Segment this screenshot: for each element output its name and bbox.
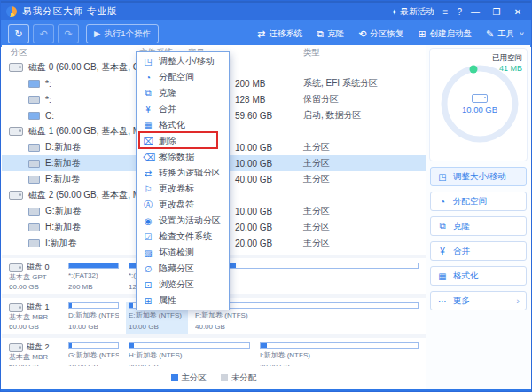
hard-disk-icon xyxy=(9,343,23,352)
disk-kind: 基本盘 MBR xyxy=(9,312,64,322)
partition-size: 10.00 GB xyxy=(68,323,119,332)
redo-button[interactable]: ↷ xyxy=(58,24,79,43)
column-header-0: 分区 xyxy=(11,47,27,59)
create-boot-disk-icon: ⊞ xyxy=(418,28,426,40)
execute-operations-button[interactable]: ▶ 执行1个操作 xyxy=(86,24,159,43)
play-icon: ▶ xyxy=(94,25,100,43)
refresh-button[interactable]: ↻ xyxy=(8,24,29,43)
row-type: 主分区 xyxy=(303,173,330,185)
menu-item-change-drive-letter[interactable]: Ⓐ更改盘符 xyxy=(137,197,229,213)
partition-label: I:新加卷 (NTFS) xyxy=(260,351,419,360)
menu-item-resize-move[interactable]: ◳调整大小/移动 xyxy=(137,53,229,69)
maximize-button[interactable]: ❐ xyxy=(489,7,505,17)
row-name: *: xyxy=(45,95,51,105)
menu-item-merge[interactable]: ¥合并 xyxy=(137,101,229,117)
convert-to-logical-icon: ⇄ xyxy=(143,169,153,178)
menu-item-bad-sector-test[interactable]: ▨坏道检测 xyxy=(137,245,229,261)
partition-icon xyxy=(28,176,40,184)
menu-item-clone[interactable]: ⧉克隆 xyxy=(137,85,229,101)
menu-item-convert-to-logical[interactable]: ⇄转换为逻辑分区 xyxy=(137,165,229,181)
menu-item-properties[interactable]: ⊞属性 xyxy=(137,293,229,309)
resize-move-icon: ◳ xyxy=(143,57,153,67)
disk-partitions: D:新加卷 (NTFS)10.00 GBE:新加卷 (NTFS)10.00 GB… xyxy=(66,302,422,337)
side-action-more[interactable]: ⋯更多› xyxy=(430,291,527,310)
column-header-3: 类型 xyxy=(303,47,320,59)
hard-disk-icon xyxy=(9,263,23,272)
row-name: *: xyxy=(45,79,51,89)
disk-kind: 基本盘 MBR xyxy=(9,352,64,362)
disk-size: 60.00 GB xyxy=(9,282,64,292)
side-action-allocate-space[interactable]: ◔分配空间 xyxy=(430,192,527,211)
partition-bar xyxy=(129,342,250,349)
legend-primary: 主分区 xyxy=(171,372,207,384)
explore-partition-icon: ⊡ xyxy=(143,280,153,290)
side-action-label: 合并 xyxy=(453,246,470,257)
partition-block[interactable]: D:新加卷 (NTFS)10.00 GB xyxy=(66,302,121,335)
row-capacity: 59.60 GB xyxy=(235,111,272,121)
toolbar-button-clone[interactable]: ⧉克隆 xyxy=(317,28,344,40)
menu-item-wipe-data[interactable]: ⌫擦除数据 xyxy=(137,149,229,165)
menu-item-allocate-space[interactable]: ◔分配空间 xyxy=(137,69,229,85)
side-action-clone[interactable]: ⧉克隆 xyxy=(430,216,527,236)
latest-news-button[interactable]: ✦ 最新活动 xyxy=(391,6,434,18)
merge-icon: ¥ xyxy=(143,105,153,114)
side-action-merge[interactable]: ¥合并 xyxy=(430,241,527,261)
app-logo-icon xyxy=(6,6,17,17)
window-bottom-border xyxy=(1,389,531,391)
row-type: 主分区 xyxy=(303,157,330,169)
toolbar-button-partition-recovery[interactable]: ⟲分区恢复 xyxy=(358,28,403,40)
menu-item-explore-partition[interactable]: ⊡浏览分区 xyxy=(137,277,229,293)
row-name: G:新加卷 xyxy=(45,205,82,217)
clone-icon: ⧉ xyxy=(437,221,448,231)
toolbar-button-migrate-os[interactable]: ⇄迁移系统 xyxy=(257,28,302,40)
change-drive-letter-icon: Ⓐ xyxy=(143,199,153,211)
context-menu: ◳调整大小/移动◔分配空间⧉克隆¥合并▦格式化⌧删除⌫擦除数据⇄转换为逻辑分区⚐… xyxy=(136,51,230,310)
partition-size: 200 MB xyxy=(68,283,119,292)
unallocated-swatch-icon xyxy=(221,374,228,381)
menu-item-label: 分配空间 xyxy=(159,71,194,83)
menu-item-label: 删除 xyxy=(159,135,176,147)
donut-center: 10.00 GB xyxy=(437,61,522,146)
partition-icon xyxy=(28,223,40,231)
hide-partition-icon: ∅ xyxy=(143,264,153,274)
partition-used-fill xyxy=(129,303,133,308)
partition-used-fill xyxy=(69,343,72,348)
partition-label: H:新加卷 (NTFS) xyxy=(129,351,250,360)
menu-item-check-file-system[interactable]: ☑检查文件系统 xyxy=(137,229,229,245)
partition-block[interactable]: *:(FAT32)200 MB xyxy=(66,262,121,295)
side-action-format[interactable]: ▦格式化 xyxy=(430,266,527,286)
disk-name-label: 磁盘 2 xyxy=(27,342,50,352)
partition-label: F:新加卷 (NTFS) xyxy=(195,311,419,320)
bad-sector-test-icon: ▨ xyxy=(143,248,153,258)
menu-item-hide-partition[interactable]: ∅隐藏分区 xyxy=(137,261,229,277)
toolbar-button-tools[interactable]: ✎工具˅ xyxy=(486,28,524,40)
partition-bar xyxy=(260,342,419,349)
partition-icon xyxy=(28,80,40,88)
partition-used-fill xyxy=(69,263,118,268)
primary-swatch-icon xyxy=(171,374,178,381)
hard-disk-icon xyxy=(9,63,23,72)
disk-info: 磁盘 1基本盘 MBR60.00 GB xyxy=(9,302,64,332)
menu-item-format[interactable]: ▦格式化 xyxy=(137,117,229,133)
hamburger-menu-icon[interactable]: ≡ xyxy=(443,7,449,17)
close-button[interactable]: ✕ xyxy=(510,7,526,17)
menu-item-delete[interactable]: ⌧删除 xyxy=(137,133,229,149)
minimize-button[interactable]: — xyxy=(467,7,483,17)
side-action-resize-move[interactable]: ◳调整大小/移动 xyxy=(430,167,527,186)
menu-item-label: 浏览分区 xyxy=(159,278,194,291)
row-capacity: 20.00 GB xyxy=(235,239,272,248)
menu-item-change-label[interactable]: ⚐更改卷标 xyxy=(137,181,229,197)
wipe-data-icon: ⌫ xyxy=(143,153,153,162)
partition-bar xyxy=(68,263,119,269)
menu-item-label: 设置为活动分区 xyxy=(159,215,221,227)
side-action-label: 克隆 xyxy=(453,221,470,232)
help-icon[interactable]: ? xyxy=(457,7,462,17)
row-capacity: 10.00 GB xyxy=(235,143,272,153)
undo-button[interactable]: ↶ xyxy=(33,24,54,43)
toolbar-button-create-boot-disk[interactable]: ⊞创建启动盘 xyxy=(418,28,472,40)
partition-bar xyxy=(68,302,119,309)
menu-item-label: 克隆 xyxy=(159,87,176,99)
menu-item-set-active[interactable]: ◉设置为活动分区 xyxy=(137,213,229,229)
title-bar: 易我分区大师 专业版 ✦ 最新活动 ≡ ? — ❐ ✕ xyxy=(1,1,531,20)
partition-icon xyxy=(28,144,40,152)
